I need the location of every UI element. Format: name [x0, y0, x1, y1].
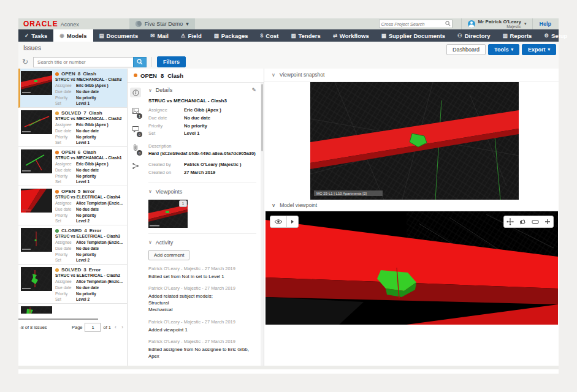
issue-thumbnail — [21, 110, 52, 134]
viewpoints-count-badge: 1 — [137, 113, 142, 119]
prev-page-icon[interactable]: ‹ — [113, 324, 118, 330]
issue-search-input[interactable] — [33, 57, 133, 67]
tab-setup[interactable]: ⚙Setup — [538, 29, 573, 42]
filters-button[interactable]: Filters — [157, 56, 186, 67]
page-title: Issues — [23, 45, 41, 51]
tools-button[interactable]: Tools▾ — [488, 44, 519, 55]
info-icon[interactable] — [130, 88, 141, 97]
snapshot-caption: MC-25-L1 | L10 Apartments [2] — [316, 192, 367, 195]
status-dot — [55, 190, 59, 194]
zoom-out-icon[interactable] — [532, 219, 539, 224]
chevron-down-icon: ▾ — [186, 21, 189, 27]
issue-thumbnail — [21, 149, 52, 173]
comments-count-badge: 0 — [137, 132, 142, 137]
tab-directory[interactable]: ⚇Directory — [451, 29, 496, 42]
search-icon[interactable] — [445, 21, 451, 28]
supplier-docs-icon: ▦ — [381, 32, 386, 39]
cross-project-search[interactable] — [379, 20, 453, 28]
cross-project-search-input[interactable] — [380, 21, 445, 27]
orbit-cube-icon[interactable] — [519, 219, 526, 225]
zoom-in-icon[interactable] — [545, 219, 551, 225]
tab-reports[interactable]: ▥Reports — [496, 29, 538, 42]
issue-list-item-partial[interactable] — [18, 304, 127, 314]
activity-entry: Patrick O'Leary - Majestic - 27 March 20… — [148, 339, 256, 360]
aconex-brand: Aconex — [61, 21, 79, 28]
activity-meta: Patrick O'Leary - Majestic - 27 March 20… — [148, 339, 256, 344]
issue-list-item-7[interactable]: SOLVED7Clash STRUC vs MECHANICAL - Clash… — [18, 108, 127, 147]
model-viewpoint-canvas[interactable] — [266, 211, 558, 325]
reports-icon: ▥ — [502, 32, 507, 39]
activity-text: Added viewpoint 1 — [148, 326, 256, 333]
viewpoint-snapshot-header[interactable]: ∨ Viewpoint snapshot — [264, 69, 559, 81]
viewpoints-section-header[interactable]: ∨ Viewpoints — [148, 189, 256, 195]
dashboard-button[interactable]: Dashboard — [446, 44, 486, 55]
user-org: Majestic — [478, 24, 521, 29]
oracle-aconex-logo: ORACLE Aconex — [23, 20, 79, 28]
user-menu[interactable]: Mr Patrick O'Leary Majestic ▾ — [461, 18, 533, 29]
tab-supplier-documents[interactable]: ▦Supplier Documents — [375, 29, 451, 42]
help-link[interactable]: Help — [539, 21, 551, 27]
activity-entry: Patrick O'Leary - Majestic - 27 March 20… — [148, 266, 256, 280]
tab-cost[interactable]: $Cost — [254, 29, 285, 42]
issue-list-item-3[interactable]: SOLVED3Error STRUC vs ELECTRICAL - Clash… — [18, 265, 127, 304]
tab-documents[interactable]: ▤Documents — [93, 29, 145, 42]
issue-title: STRUC vs ELECTRICAL - Clash2 — [55, 273, 125, 277]
related-models-icon[interactable] — [130, 161, 141, 171]
issue-thumbnail — [21, 267, 52, 291]
comments-icon[interactable]: 0 — [130, 124, 141, 134]
chevron-down-icon: ∨ — [272, 202, 275, 208]
chevron-down-icon: ∨ — [148, 239, 152, 245]
expand-arrow-icon[interactable] — [287, 219, 298, 224]
divider — [148, 183, 256, 183]
workflow-icon: ⇄ — [333, 32, 337, 39]
issue-list-item-6[interactable]: OPEN6Clash STRUC vs MECHANICAL - Clash1 … — [18, 147, 127, 186]
eye-icon[interactable] — [270, 219, 286, 225]
oracle-brand: ORACLE — [23, 20, 58, 28]
issue-list-item-8[interactable]: OPEN8Clash STRUC vs MECHANICAL - Clash3 … — [18, 69, 127, 108]
globe-icon: ◉ — [59, 32, 64, 39]
main-nav: ✓Tasks ◉Models ▤Documents ✉Mail ⚠Field ▧… — [18, 29, 559, 42]
page-input[interactable] — [85, 323, 101, 332]
viewpoint-snapshot-image: MC-25-L1 | L10 Apartments [2] — [310, 82, 519, 200]
divider — [151, 57, 152, 67]
tab-packages[interactable]: ▧Packages — [208, 29, 254, 42]
add-comment-button[interactable]: Add comment — [148, 250, 189, 260]
pan-icon[interactable] — [506, 218, 514, 225]
activity-section-header[interactable]: ∨ Activity — [148, 239, 256, 246]
search-button[interactable] — [133, 57, 147, 67]
tab-mail[interactable]: ✉Mail — [144, 29, 175, 42]
project-selector[interactable]: Five Star Demo ▾ — [129, 18, 195, 29]
edit-pencil-icon[interactable]: ✎ — [251, 87, 256, 93]
vertical-scrollbar[interactable] — [261, 83, 264, 366]
details-section-header[interactable]: ∨ Details ✎ — [148, 87, 256, 93]
viewer-panel: ∨ Viewpoint snapshot MC-25-L1 | L10 Apar… — [264, 69, 559, 366]
activity-meta: Patrick O'Leary - Majestic - 27 March 20… — [148, 266, 256, 271]
status-dot — [55, 229, 59, 233]
activity-text: Added related subject models; Structural… — [148, 293, 256, 314]
activity-meta: Patrick O'Leary - Majestic - 27 March 20… — [148, 319, 256, 325]
model-viewpoint-header[interactable]: ∨ Model viewpoint — [264, 199, 559, 211]
tab-field[interactable]: ⚠Field — [175, 29, 208, 42]
refresh-icon[interactable]: ↻ — [22, 58, 28, 66]
issue-thumbnail — [21, 306, 52, 314]
next-page-icon[interactable]: › — [120, 324, 124, 330]
issue-list-item-5[interactable]: OPEN5Error STRUC vs ELECTRICAL - Clash4 … — [18, 186, 127, 225]
horizontal-scrollbar[interactable] — [18, 318, 98, 320]
issue-title: STRUC vs ELECTRICAL - Clash4 — [55, 195, 125, 199]
viewpoints-icon[interactable]: 1 — [130, 106, 141, 116]
viewpoint-thumbnail[interactable]: 1 — [148, 200, 188, 228]
issue-list-item-4[interactable]: CLOSED4Error STRUC vs ELECTRICAL - Clash… — [18, 225, 127, 265]
viewer-nav-toolbar — [503, 216, 554, 228]
issue-title: STRUC vs MECHANICAL - Clash2 — [55, 116, 125, 121]
attachments-icon[interactable]: 0 — [130, 143, 141, 153]
issue-title: STRUC vs MECHANICAL - Clash3 — [55, 77, 125, 81]
tab-workflows[interactable]: ⇄Workflows — [327, 29, 375, 42]
package-icon: ▧ — [214, 32, 219, 39]
document-icon: ▤ — [99, 32, 104, 39]
tab-models[interactable]: ◉Models — [53, 29, 93, 42]
export-button[interactable]: Export▾ — [522, 44, 556, 55]
tab-tenders[interactable]: ▨Tenders — [285, 29, 326, 42]
tab-tasks[interactable]: ✓Tasks — [18, 29, 53, 42]
gear-icon: ⚙ — [544, 32, 549, 39]
user-name: Mr Patrick O'Leary — [478, 20, 521, 24]
